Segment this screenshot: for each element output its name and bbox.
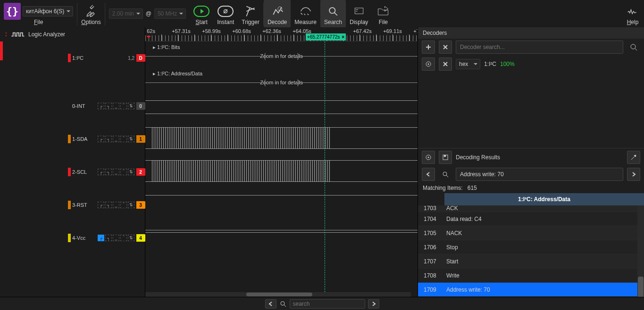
results-search-input[interactable]: Address write: 70: [456, 168, 623, 181]
result-index: 1703: [418, 205, 444, 212]
decoder-delete-button[interactable]: [439, 57, 452, 71]
result-row[interactable]: 1708Write: [418, 269, 644, 283]
results-save-button[interactable]: [439, 151, 452, 164]
trigger-low-icon[interactable]: _: [113, 202, 119, 208]
results-locate-button[interactable]: [627, 151, 640, 164]
decode-percent: 100%: [500, 61, 515, 67]
trigger-low-icon[interactable]: _: [113, 136, 119, 142]
trigger-rising-icon[interactable]: ┌: [98, 136, 104, 142]
signal-lane-3[interactable]: [145, 195, 418, 214]
trigger-edge-icon[interactable]: ⇅: [128, 103, 134, 109]
channel-row[interactable]: 1-SDA┌┐_‾⇅1: [65, 135, 145, 143]
trigger-rising-icon[interactable]: ┌: [98, 169, 104, 175]
channel-row[interactable]: 4-Vcc┌┐_‾⇅4: [65, 234, 145, 242]
measure-button[interactable]: Measure: [291, 0, 320, 27]
trigger-low-icon[interactable]: _: [113, 235, 119, 241]
trigger-high-icon[interactable]: ‾: [120, 103, 127, 109]
trigger-falling-icon[interactable]: ┐: [105, 136, 112, 142]
decoder-search-input[interactable]: Decoder search...: [456, 41, 623, 54]
result-row[interactable]: 1706Stop: [418, 240, 644, 254]
trigger-button[interactable]: Trigger: [238, 0, 263, 27]
channel-label: 1-SDA: [72, 136, 98, 142]
bottom-search-input[interactable]: search: [290, 299, 365, 309]
main-toolbar: {} китАйфон 6(S) File Options 2.00 min @…: [0, 0, 644, 27]
close-cursor-icon[interactable]: ×: [342, 34, 344, 40]
channel-row[interactable]: 0-INT┌┐_‾⇅0: [65, 102, 145, 110]
decoder-lane-addr[interactable]: ⟨ Zoom in for details ⟩: [145, 78, 418, 87]
remove-decoder-button[interactable]: [439, 41, 452, 54]
trigger-edge-icon[interactable]: ⇅: [128, 235, 134, 241]
instant-button[interactable]: Instant: [213, 0, 238, 27]
result-row[interactable]: 1705NACK: [418, 226, 644, 240]
trigger-edge-icon[interactable]: ⇅: [128, 136, 134, 142]
trigger-edge-icon[interactable]: ⇅: [128, 169, 134, 175]
decoder-settings-button[interactable]: [422, 57, 435, 71]
decoder-channel-i2c[interactable]: 1:I²C 1,2 D: [65, 54, 145, 62]
options-menu[interactable]: Options: [77, 0, 104, 27]
results-search-icon: [439, 168, 452, 181]
measure-icon: [298, 4, 313, 19]
trigger-edge-icon[interactable]: ⇅: [128, 202, 134, 208]
matching-items-label: Matching Items: 615: [418, 183, 644, 193]
results-settings-button[interactable]: [422, 151, 435, 164]
horizontal-scrollbar[interactable]: [145, 292, 411, 297]
session-combo[interactable]: китАйфон 6(S): [23, 6, 73, 16]
cursor-flag[interactable]: +65.27774772s×: [306, 33, 346, 41]
format-combo[interactable]: hex: [456, 59, 480, 69]
trigger-falling-icon[interactable]: ┐: [105, 202, 112, 208]
display-button[interactable]: Display: [346, 0, 372, 27]
decode-button[interactable]: Decode: [264, 0, 291, 27]
results-column-header[interactable]: 1:I²C: Address/Data: [444, 193, 644, 205]
freq-combo[interactable]: 50 MHz: [154, 8, 186, 19]
trigger-high-icon[interactable]: ‾: [120, 235, 127, 241]
time-combo[interactable]: 2.00 min: [109, 8, 143, 19]
channel-row[interactable]: 3-RST┌┐_‾⇅3: [65, 201, 145, 209]
results-next-button[interactable]: [627, 168, 640, 181]
trigger-low-icon[interactable]: _: [113, 169, 119, 175]
start-button[interactable]: Start: [190, 0, 213, 27]
trigger-falling-icon[interactable]: ┐: [105, 103, 112, 109]
search-icon: [326, 4, 341, 19]
results-prev-button[interactable]: [422, 168, 435, 181]
results-vertical-scrollbar[interactable]: [637, 205, 644, 297]
signal-lane-1[interactable]: [145, 127, 418, 149]
decode-icon: [270, 4, 285, 19]
svg-rect-4: [355, 8, 363, 14]
search-go-icon[interactable]: [627, 41, 640, 54]
signal-lane-2[interactable]: [145, 160, 418, 182]
file-menu-label: ile: [37, 19, 43, 25]
help-menu[interactable]: Help: [621, 0, 644, 27]
trigger-high-icon[interactable]: ‾: [120, 136, 127, 142]
svg-point-7: [428, 64, 429, 65]
channel-label: 3-RST: [72, 202, 98, 208]
trigger-high-icon[interactable]: ‾: [120, 169, 127, 175]
bottom-next-button[interactable]: [368, 299, 379, 309]
result-row[interactable]: 1703ACK: [418, 205, 644, 212]
signal-lane-4[interactable]: [145, 230, 418, 233]
trigger-low-icon[interactable]: _: [113, 103, 119, 109]
trigger-high-icon[interactable]: ‾: [120, 202, 127, 208]
decoding-results-title: Decoding Results: [456, 154, 623, 161]
time-ruler[interactable]: 62s+57.31s+58.99s+60.68s+62.36s+64.05s+6…: [145, 27, 418, 41]
result-row[interactable]: 1704Data read: C4: [418, 212, 644, 226]
trigger-rising-icon[interactable]: ┌: [98, 235, 104, 241]
file2-button[interactable]: File: [372, 0, 394, 27]
file-menu[interactable]: {} китАйфон 6(S) File: [0, 0, 77, 27]
search-button[interactable]: Search: [320, 0, 346, 27]
bottom-prev-button[interactable]: [265, 299, 276, 309]
trigger-falling-icon[interactable]: ┐: [105, 169, 112, 175]
trigger-rising-icon[interactable]: ┌: [98, 103, 104, 109]
decoder-badge: D: [136, 54, 145, 62]
result-value: ACK: [444, 205, 644, 212]
channel-badge: 0: [136, 102, 145, 110]
app-logo-icon: {}: [4, 3, 21, 20]
decoder-lane-bits[interactable]: ⟨ Zoom in for details ⟩: [145, 52, 418, 60]
signal-lane-0[interactable]: [145, 111, 418, 116]
channel-row[interactable]: 2-SCL┌┐_‾⇅2: [65, 168, 145, 176]
result-row[interactable]: 1709Address write: 70: [418, 283, 644, 297]
add-decoder-button[interactable]: [422, 41, 435, 54]
svg-point-9: [428, 156, 429, 158]
trigger-rising-icon[interactable]: ┌: [98, 202, 104, 208]
result-row[interactable]: 1707Start: [418, 254, 644, 269]
trigger-falling-icon[interactable]: ┐: [105, 235, 112, 241]
